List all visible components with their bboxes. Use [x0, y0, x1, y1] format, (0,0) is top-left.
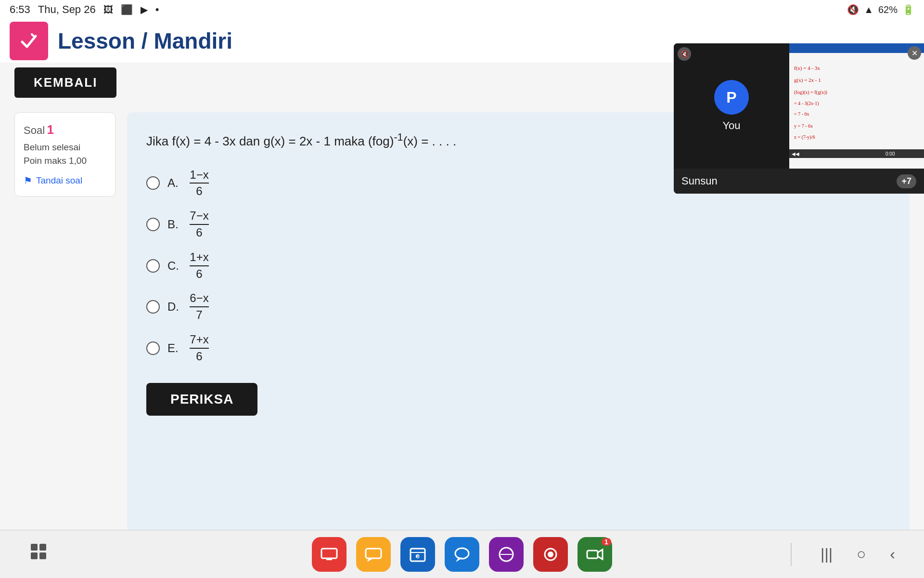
kembali-button[interactable]: KEMBALI — [14, 67, 116, 98]
video-footer: Sunsun +7 — [674, 169, 924, 194]
svg-text:x = (7-y)/6: x = (7-y)/6 — [794, 134, 815, 140]
option-d-row: D. 6−x 7 — [146, 291, 890, 322]
option-e-letter: E. — [167, 342, 182, 355]
sidebar-poin: Poin maks 1,00 — [24, 156, 106, 166]
sidebar-status: Belum selesai — [24, 142, 106, 153]
app-icons-row: 26 1 — [312, 537, 612, 572]
status-time: 6:53 — [10, 3, 30, 16]
option-b-formula: 7−x 6 — [190, 209, 209, 240]
sunsun-label: Sunsun — [681, 175, 718, 187]
status-date: Thu, Sep 26 — [38, 3, 96, 16]
photo-icon: 🖼 — [103, 4, 113, 15]
tandai-label: Tandai soal — [36, 175, 82, 186]
svg-rect-18 — [321, 549, 337, 558]
option-e-radio[interactable] — [146, 342, 160, 355]
you-avatar: P — [714, 80, 749, 115]
recent-apps-button[interactable]: ||| — [821, 545, 833, 563]
svg-text:f(x) = 4 - 3x: f(x) = 4 - 3x — [794, 65, 820, 71]
svg-rect-14 — [31, 544, 38, 551]
svg-text:26: 26 — [417, 554, 421, 559]
you-label: You — [722, 119, 740, 132]
home-button[interactable]: ○ — [857, 545, 866, 563]
dot-indicator: • — [155, 3, 159, 16]
lesson-check-icon — [10, 22, 48, 60]
option-e-row: E. 7+x 6 — [146, 333, 890, 364]
screen-share-panel: f(x) = 4 - 3x g(x) = 2x - 1 (fog)(x) = f… — [789, 43, 924, 169]
svg-rect-16 — [31, 552, 38, 559]
tandai-soal-button[interactable]: ⚑ Tandai soal — [24, 175, 106, 186]
svg-rect-0 — [17, 29, 40, 53]
status-bar: 6:53 Thu, Sep 26 🖼 ⬛ ▶ • 🔇 ▲ 62% 🔋 — [0, 0, 924, 19]
battery-icon: 🔋 — [902, 4, 914, 15]
soal-label: Soal 1 — [24, 122, 106, 137]
svg-text:= 4 - 3(2x-1): = 4 - 3(2x-1) — [794, 101, 819, 106]
option-d-letter: D. — [167, 300, 182, 314]
option-c-row: C. 1+x 6 — [146, 250, 890, 281]
calendar-app-icon[interactable]: 26 — [400, 537, 435, 572]
screen-content: f(x) = 4 - 3x g(x) = 2x - 1 (fog)(x) = f… — [789, 43, 924, 169]
screen-close-button[interactable]: ✕ — [908, 46, 921, 60]
option-d-radio[interactable] — [146, 300, 160, 314]
video-icon: ⬛ — [121, 4, 133, 15]
option-b-radio[interactable] — [146, 218, 160, 231]
screen-handwriting: f(x) = 4 - 3x g(x) = 2x - 1 (fog)(x) = f… — [789, 43, 924, 169]
svg-point-29 — [548, 552, 553, 557]
wifi-icon: ▲ — [864, 4, 873, 15]
svg-text:g(x) = 2x - 1: g(x) = 2x - 1 — [794, 77, 821, 83]
status-bar-right: 🔇 ▲ 62% 🔋 — [847, 4, 914, 15]
flag-icon: ⚑ — [24, 175, 32, 186]
chat-app-icon[interactable] — [445, 537, 479, 572]
meet-app-icon[interactable]: 1 — [578, 537, 612, 572]
option-b-row: B. 7−x 6 — [146, 209, 890, 240]
option-d-formula: 6−x 7 — [190, 291, 209, 322]
svg-rect-30 — [587, 551, 598, 558]
sidebar: Soal 1 Belum selesai Poin maks 1,00 ⚑ Ta… — [14, 112, 116, 197]
mute-icon: 🔇 — [847, 4, 859, 15]
battery-text: 62% — [878, 4, 898, 15]
system-nav-buttons: ||| ○ ‹ — [786, 543, 895, 566]
youtube-icon: ▶ — [141, 4, 148, 15]
option-c-letter: C. — [167, 259, 182, 273]
svg-rect-19 — [326, 558, 332, 560]
svg-rect-17 — [39, 552, 46, 559]
svg-rect-11 — [789, 149, 924, 158]
video-you-panel: 🎤 P You — [674, 43, 789, 169]
recorder-app-icon[interactable] — [533, 537, 568, 572]
svg-text:◀◀: ◀◀ — [792, 151, 799, 157]
svg-text:(fog)(x) = f(g(x)): (fog)(x) = f(g(x)) — [794, 90, 827, 95]
svg-rect-20 — [366, 549, 381, 558]
apps-grid-button[interactable] — [29, 542, 52, 567]
page-title: Lesson / Mandiri — [58, 28, 232, 54]
periksa-button[interactable]: PERIKSA — [146, 383, 257, 416]
video-panel-row: 🎤 P You f(x) = 4 - 3x g(x) = 2x - 1 (fog… — [674, 43, 924, 169]
option-a-letter: A. — [167, 176, 182, 190]
option-a-formula: 1−x 6 — [190, 168, 209, 199]
messages-app-icon[interactable] — [356, 537, 391, 572]
svg-rect-15 — [39, 544, 46, 551]
option-a-radio[interactable] — [146, 176, 160, 190]
option-c-radio[interactable] — [146, 259, 160, 273]
overlay-close-button[interactable]: 🔇 — [678, 47, 691, 61]
status-bar-left: 6:53 Thu, Sep 26 🖼 ⬛ ▶ • — [10, 3, 159, 16]
option-e-formula: 7+x 6 — [190, 333, 209, 364]
bottom-nav: 26 1 ||| ○ ‹ — [0, 530, 924, 578]
helo-app-icon[interactable] — [489, 537, 524, 572]
participants-badge: +7 — [897, 174, 916, 188]
video-overlay: 🎤 P You f(x) = 4 - 3x g(x) = 2x - 1 (fog… — [674, 43, 924, 194]
screens-app-icon[interactable] — [312, 537, 346, 572]
option-b-letter: B. — [167, 218, 182, 231]
option-c-formula: 1+x 6 — [190, 250, 209, 281]
svg-text:0:00: 0:00 — [886, 151, 895, 157]
answer-options: A. 1−x 6 B. 7−x 6 — [146, 168, 890, 364]
svg-text:= 7 - 6x: = 7 - 6x — [794, 111, 809, 117]
nav-divider — [791, 543, 792, 566]
svg-rect-3 — [789, 43, 924, 53]
back-button[interactable]: ‹ — [890, 545, 895, 563]
svg-point-25 — [455, 548, 469, 559]
svg-text:y = 7 - 6x: y = 7 - 6x — [794, 123, 813, 129]
